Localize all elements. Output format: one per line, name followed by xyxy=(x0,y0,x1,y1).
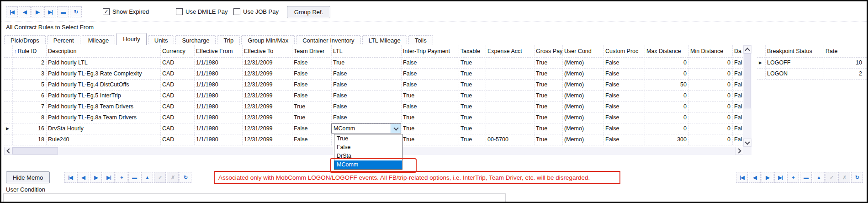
cell-currency[interactable]: CAD xyxy=(160,123,194,134)
cell-expense_acct[interactable] xyxy=(486,123,534,134)
cell-min_distance[interactable]: 0 xyxy=(688,112,732,123)
cell-taxable[interactable]: True xyxy=(459,68,486,79)
next-record-button[interactable]: ▶ xyxy=(32,6,43,17)
column-header-gross_pay[interactable]: Gross Pay D xyxy=(534,45,562,57)
cell-taxable[interactable]: True xyxy=(459,112,486,123)
cell-da[interactable]: Fal xyxy=(732,68,743,79)
cell-max_distance[interactable]: 0 xyxy=(645,57,688,68)
column-header-effective_from[interactable]: Effective From xyxy=(194,45,242,57)
dropdown-option-mcomm[interactable]: MComm xyxy=(334,160,402,169)
cell-custom_proc[interactable]: False xyxy=(603,112,645,123)
cell-description[interactable]: Paid hourly LTL xyxy=(46,57,160,68)
cell-user_cond[interactable]: (Memo) xyxy=(562,90,603,101)
column-header-taxable[interactable]: Taxable xyxy=(459,45,486,57)
column-header-expense_acct[interactable]: Expense Acct xyxy=(486,45,534,57)
post-record-button[interactable]: ✓ xyxy=(826,172,837,183)
cell-description[interactable]: Rule240 xyxy=(46,134,160,145)
cell-rule_id[interactable]: 2 xyxy=(12,57,46,68)
cell-inter_trip[interactable]: True xyxy=(401,123,459,134)
cell-currency[interactable]: CAD xyxy=(160,112,194,123)
cell-expense_acct[interactable] xyxy=(486,112,534,123)
cell-team_driver[interactable]: False xyxy=(292,90,331,101)
grid-row-3[interactable]: 3Paid hourly TL-Eg.3 Rate ComplexityCAD1… xyxy=(4,68,743,79)
cell-max_distance[interactable]: 0 xyxy=(645,68,688,79)
refresh-record-button[interactable]: ↻ xyxy=(180,172,191,183)
cell-description[interactable]: DrvSta Hourly xyxy=(46,123,160,134)
bp-column-header-rate[interactable]: Rate xyxy=(824,45,864,57)
cell-team_driver[interactable]: True xyxy=(292,112,331,123)
first-record-button[interactable]: |◀ xyxy=(736,172,748,183)
dropdown-option-true[interactable]: True xyxy=(334,134,402,143)
tab-mileage[interactable]: Mileage xyxy=(82,35,116,45)
edit-record-button[interactable]: ▲ xyxy=(141,172,153,183)
cell-expense_acct[interactable]: 00-5700 xyxy=(486,134,534,145)
cell-currency[interactable]: CAD xyxy=(160,57,194,68)
cell-rule_id[interactable]: 8 xyxy=(12,112,46,123)
cell-gross_pay[interactable]: True xyxy=(534,68,562,79)
tab-container-inventory[interactable]: Container Inventory xyxy=(296,35,360,45)
cell-currency[interactable]: CAD xyxy=(160,134,194,145)
checkbox-show-expired[interactable]: ✓Show Expired xyxy=(103,8,149,15)
cell-taxable[interactable]: True xyxy=(459,57,486,68)
cell-expense_acct[interactable] xyxy=(486,57,534,68)
cell-effective_to[interactable]: 12/31/2099 xyxy=(242,68,292,79)
bp-column-header-breakpoint-status[interactable]: Breakpoint Status xyxy=(765,45,824,57)
cell-rule_id[interactable]: 3 xyxy=(12,68,46,79)
cell-gross_pay[interactable]: True xyxy=(534,90,562,101)
cell-effective_from[interactable]: 1/1/1980 xyxy=(194,134,242,145)
cell-max_distance[interactable]: 0 xyxy=(645,123,688,134)
next-record-button[interactable]: ▶ xyxy=(762,172,773,183)
cell-min_distance[interactable]: 0 xyxy=(688,68,732,79)
cell-effective_from[interactable]: 1/1/1980 xyxy=(194,123,242,134)
cell-taxable[interactable]: True xyxy=(459,79,486,90)
cell-taxable[interactable]: True xyxy=(459,123,486,134)
column-header-effective_to[interactable]: Effective To xyxy=(242,45,292,57)
cell-custom_proc[interactable]: False xyxy=(603,134,645,145)
cell-taxable[interactable]: True xyxy=(459,90,486,101)
cell-effective_from[interactable]: 1/1/1980 xyxy=(194,101,242,112)
prior-record-button[interactable]: ◀ xyxy=(749,172,761,183)
cell-effective_to[interactable]: 12/31/2099 xyxy=(242,134,292,145)
cell-gross_pay[interactable]: True xyxy=(534,112,562,123)
bp-row-logon[interactable]: LOGON2 xyxy=(757,68,867,79)
cell-custom_proc[interactable]: False xyxy=(603,90,645,101)
cell-da[interactable]: Fal xyxy=(732,134,743,145)
edit-record-button[interactable]: ▲ xyxy=(813,172,825,183)
vertical-scroll-thumb[interactable] xyxy=(744,53,751,108)
cell-min_distance[interactable]: 0 xyxy=(688,123,732,134)
cell-team_driver[interactable]: False xyxy=(292,123,331,134)
cell-description[interactable]: Paid hourly TL-Eg.5 InterTrip xyxy=(46,90,160,101)
cell-custom_proc[interactable]: False xyxy=(603,68,645,79)
last-record-button[interactable]: ▶| xyxy=(774,172,786,183)
cell-team_driver[interactable]: False xyxy=(292,79,331,90)
column-header-da[interactable]: Da xyxy=(732,45,743,57)
first-record-button[interactable]: |◀ xyxy=(6,6,18,17)
cell-user_cond[interactable]: (Memo) xyxy=(562,57,603,68)
column-header-rule_id[interactable]: ↑Rule ID xyxy=(12,45,46,57)
cell-custom_proc[interactable]: False xyxy=(603,57,645,68)
cell-gross_pay[interactable]: True xyxy=(534,57,562,68)
bp-cell-rate[interactable]: 2 xyxy=(824,68,864,79)
column-header-description[interactable]: Description xyxy=(46,45,160,57)
cell-rule_id[interactable]: 5 xyxy=(12,79,46,90)
delete-record-button[interactable]: ▬ xyxy=(57,6,69,17)
cell-team_driver[interactable]: True xyxy=(292,101,331,112)
cell-rule_id[interactable]: 16 xyxy=(12,123,46,134)
prior-record-button[interactable]: ◀ xyxy=(19,6,31,17)
tab-surcharge[interactable]: Surcharge xyxy=(175,35,216,45)
cell-da[interactable]: Fal xyxy=(732,79,743,90)
grid-row-6[interactable]: 6Paid hourly TL-Eg.5 InterTripCAD1/1/198… xyxy=(4,90,743,101)
cell-custom_proc[interactable]: False xyxy=(603,101,645,112)
cell-da[interactable]: Fal xyxy=(732,101,743,112)
checkbox-use-job-pay[interactable]: Use JOB Pay xyxy=(233,8,279,15)
cell-gross_pay[interactable]: True xyxy=(534,134,562,145)
cell-description[interactable]: Paid hourly TL-Eg.3 Rate Complexity xyxy=(46,68,160,79)
delete-record-button[interactable]: ▬ xyxy=(800,172,812,183)
cell-da[interactable]: Fal xyxy=(732,57,743,68)
cell-effective_to[interactable]: 12/31/2099 xyxy=(242,112,292,123)
cell-inter_trip[interactable]: True xyxy=(401,112,459,123)
cell-max_distance[interactable]: 0 xyxy=(645,112,688,123)
cell-min_distance[interactable]: 0 xyxy=(688,79,732,90)
cell-effective_to[interactable]: 12/31/2099 xyxy=(242,90,292,101)
cell-gross_pay[interactable]: True xyxy=(534,123,562,134)
